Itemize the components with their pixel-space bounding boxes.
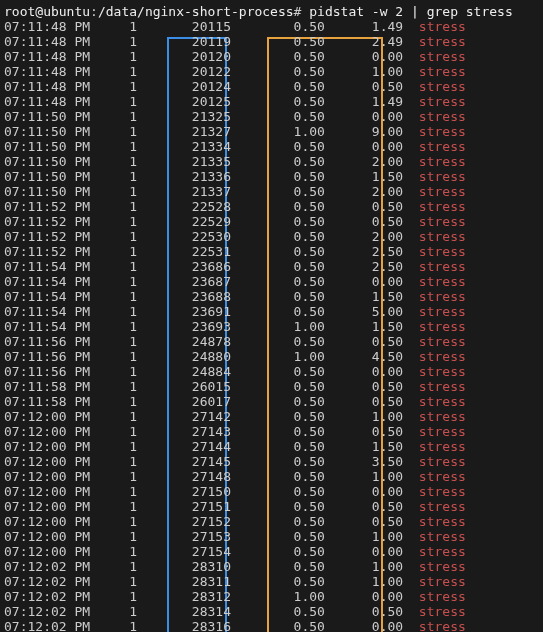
process-name: stress [419, 454, 466, 469]
process-name: stress [419, 529, 466, 544]
process-name: stress [419, 559, 466, 574]
process-name: stress [419, 604, 466, 619]
process-name: stress [419, 289, 466, 304]
output-row: 07:11:48 PM 1 20122 0.50 1.00 stress [4, 64, 539, 79]
process-name: stress [419, 139, 466, 154]
output-row: 07:11:52 PM 1 22531 0.50 2.50 stress [4, 244, 539, 259]
process-name: stress [419, 349, 466, 364]
process-name: stress [419, 424, 466, 439]
output-row: 07:11:56 PM 1 24878 0.50 0.50 stress [4, 334, 539, 349]
process-name: stress [419, 184, 466, 199]
output-row: 07:11:50 PM 1 21327 1.00 9.00 stress [4, 124, 539, 139]
process-name: stress [419, 589, 466, 604]
process-name: stress [419, 304, 466, 319]
output-row: 07:12:00 PM 1 27142 0.50 1.00 stress [4, 409, 539, 424]
command-text: pidstat -w 2 | grep stress [309, 4, 513, 19]
output-row: 07:11:48 PM 1 20120 0.50 0.00 stress [4, 49, 539, 64]
prompt-path: /data/nginx-short-process [98, 4, 294, 19]
process-name: stress [419, 49, 466, 64]
shell-prompt[interactable]: root@ubuntu:/data/nginx-short-process# p… [4, 4, 539, 19]
output-row: 07:11:50 PM 1 21325 0.50 0.00 stress [4, 109, 539, 124]
process-name: stress [419, 364, 466, 379]
output-row: 07:12:00 PM 1 27145 0.50 3.50 stress [4, 454, 539, 469]
output-row: 07:11:54 PM 1 23688 0.50 1.50 stress [4, 289, 539, 304]
output-row: 07:11:56 PM 1 24880 1.00 4.50 stress [4, 349, 539, 364]
prompt-userhost: root@ubuntu [4, 4, 90, 19]
output-row: 07:12:00 PM 1 27153 0.50 1.00 stress [4, 529, 539, 544]
process-name: stress [419, 109, 466, 124]
process-name: stress [419, 244, 466, 259]
process-name: stress [419, 229, 466, 244]
output-row: 07:12:00 PM 1 27151 0.50 0.50 stress [4, 499, 539, 514]
output-row: 07:12:00 PM 1 27143 0.50 0.50 stress [4, 424, 539, 439]
process-name: stress [419, 439, 466, 454]
output-rows: 07:11:48 PM 1 20115 0.50 1.49 stress07:1… [4, 19, 539, 632]
process-name: stress [419, 94, 466, 109]
process-name: stress [419, 274, 466, 289]
process-name: stress [419, 199, 466, 214]
process-name: stress [419, 379, 466, 394]
process-name: stress [419, 154, 466, 169]
output-row: 07:11:48 PM 1 20125 0.50 1.49 stress [4, 94, 539, 109]
output-row: 07:12:02 PM 1 28314 0.50 0.50 stress [4, 604, 539, 619]
output-row: 07:12:02 PM 1 28311 0.50 1.00 stress [4, 574, 539, 589]
process-name: stress [419, 484, 466, 499]
output-row: 07:11:52 PM 1 22530 0.50 2.00 stress [4, 229, 539, 244]
output-row: 07:11:56 PM 1 24884 0.50 0.00 stress [4, 364, 539, 379]
output-row: 07:12:02 PM 1 28316 0.50 0.00 stress [4, 619, 539, 632]
output-row: 07:12:02 PM 1 28312 1.00 0.00 stress [4, 589, 539, 604]
output-row: 07:11:48 PM 1 20124 0.50 0.50 stress [4, 79, 539, 94]
process-name: stress [419, 34, 466, 49]
output-row: 07:11:52 PM 1 22528 0.50 0.50 stress [4, 199, 539, 214]
output-row: 07:12:02 PM 1 28310 0.50 1.00 stress [4, 559, 539, 574]
output-row: 07:11:58 PM 1 26017 0.50 0.50 stress [4, 394, 539, 409]
process-name: stress [419, 409, 466, 424]
output-row: 07:11:52 PM 1 22529 0.50 0.50 stress [4, 214, 539, 229]
process-name: stress [419, 79, 466, 94]
output-row: 07:11:48 PM 1 20119 0.50 2.49 stress [4, 34, 539, 49]
process-name: stress [419, 259, 466, 274]
output-row: 07:12:00 PM 1 27152 0.50 0.50 stress [4, 514, 539, 529]
process-name: stress [419, 394, 466, 409]
output-row: 07:11:50 PM 1 21334 0.50 0.00 stress [4, 139, 539, 154]
output-row: 07:12:00 PM 1 27150 0.50 0.00 stress [4, 484, 539, 499]
output-row: 07:11:48 PM 1 20115 0.50 1.49 stress [4, 19, 539, 34]
process-name: stress [419, 574, 466, 589]
process-name: stress [419, 214, 466, 229]
process-name: stress [419, 619, 466, 632]
process-name: stress [419, 544, 466, 559]
process-name: stress [419, 469, 466, 484]
process-name: stress [419, 319, 466, 334]
output-row: 07:12:00 PM 1 27148 0.50 1.00 stress [4, 469, 539, 484]
output-row: 07:11:50 PM 1 21335 0.50 2.00 stress [4, 154, 539, 169]
process-name: stress [419, 334, 466, 349]
process-name: stress [419, 124, 466, 139]
output-row: 07:11:54 PM 1 23693 1.00 1.50 stress [4, 319, 539, 334]
output-row: 07:11:54 PM 1 23691 0.50 5.00 stress [4, 304, 539, 319]
output-row: 07:11:54 PM 1 23686 0.50 2.50 stress [4, 259, 539, 274]
output-row: 07:12:00 PM 1 27144 0.50 1.50 stress [4, 439, 539, 454]
process-name: stress [419, 169, 466, 184]
process-name: stress [419, 514, 466, 529]
process-name: stress [419, 499, 466, 514]
output-row: 07:11:58 PM 1 26015 0.50 0.50 stress [4, 379, 539, 394]
output-row: 07:11:50 PM 1 21337 0.50 2.00 stress [4, 184, 539, 199]
process-name: stress [419, 19, 466, 34]
output-row: 07:11:50 PM 1 21336 0.50 1.50 stress [4, 169, 539, 184]
process-name: stress [419, 64, 466, 79]
output-row: 07:12:00 PM 1 27154 0.50 0.00 stress [4, 544, 539, 559]
output-row: 07:11:54 PM 1 23687 0.50 0.00 stress [4, 274, 539, 289]
